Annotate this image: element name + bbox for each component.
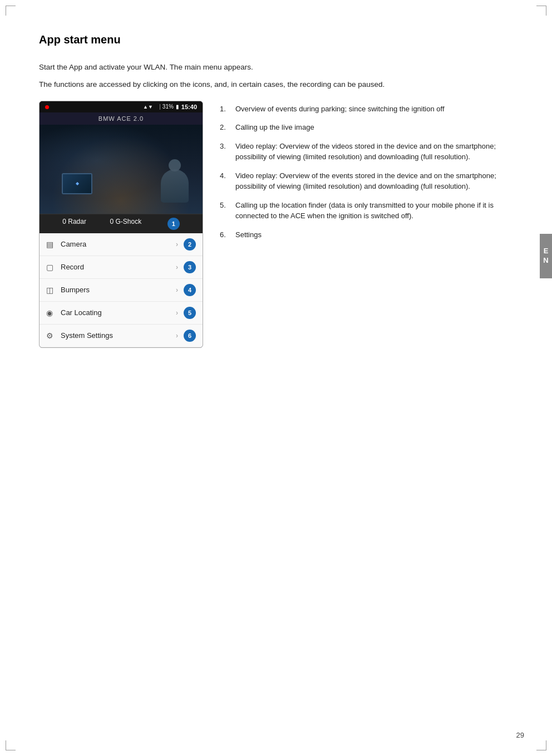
intro-paragraph-2: The functions are accessed by clicking o…: [39, 79, 513, 91]
menu-item-car-locating[interactable]: ◉ Car Locating › 5: [40, 302, 203, 325]
list-item-5: 5. Calling up the location finder (data …: [220, 200, 513, 222]
corner-mark-bl: [6, 740, 16, 750]
car-art: ◆: [40, 125, 203, 214]
chevron-record: ›: [176, 263, 178, 271]
badge-3: 3: [184, 261, 196, 273]
menu-label-camera: Camera: [61, 240, 176, 248]
list-item-1: 1. Overview of events during parking; si…: [220, 104, 513, 115]
menu-item-camera[interactable]: ▤ Camera › 2: [40, 233, 203, 256]
list-text-3: Video replay: Overview of the videos sto…: [235, 141, 513, 163]
list-text-2: Calling up the live image: [235, 122, 513, 133]
list-text-6: Settings: [235, 229, 513, 240]
main-layout: ▲▼ ⎹ 31% ▮ 15:40 BMW ACE 2.0 ◆: [39, 101, 513, 348]
wifi-icon: ▲▼: [143, 104, 153, 110]
status-time: 15:40: [181, 104, 197, 110]
phone-mockup-container: ▲▼ ⎹ 31% ▮ 15:40 BMW ACE 2.0 ◆: [39, 101, 203, 348]
list-text-4: Video replay: Overview of the events sto…: [235, 170, 513, 192]
list-item-2: 2. Calling up the live image: [220, 122, 513, 133]
gshock-label: 0 G-Shock: [110, 218, 142, 230]
language-tab: EN: [540, 234, 552, 278]
camera-icon: ▤: [46, 240, 58, 249]
person-head: [169, 159, 181, 171]
signal-percent: 31%: [162, 104, 174, 110]
corner-mark-tl: [6, 6, 16, 16]
list-num-3: 3.: [220, 141, 230, 163]
badge-6: 6: [184, 330, 196, 342]
signal-icon: ⎹: [155, 104, 160, 110]
system-settings-icon: ⚙: [46, 331, 58, 340]
list-num-1: 1.: [220, 104, 230, 115]
menu-label-record: Record: [61, 263, 176, 271]
list-text-1: Overview of events during parking; since…: [235, 104, 513, 115]
menu-list: ▤ Camera › 2 ▢ Record › 3 ◫: [40, 233, 203, 347]
list-item-6: 6. Settings: [220, 229, 513, 240]
chevron-system-settings: ›: [176, 332, 178, 340]
car-image-area: ◆: [40, 125, 203, 214]
device-in-car: ◆: [62, 173, 92, 194]
status-bar: ▲▼ ⎹ 31% ▮ 15:40: [40, 101, 203, 112]
car-locating-icon: ◉: [46, 308, 58, 317]
list-num-6: 6.: [220, 229, 230, 240]
corner-mark-br: [536, 740, 546, 750]
badge-4: 4: [184, 284, 196, 296]
phone-mockup: ▲▼ ⎹ 31% ▮ 15:40 BMW ACE 2.0 ◆: [39, 101, 203, 348]
record-icon: ▢: [46, 263, 58, 272]
list-num-5: 5.: [220, 200, 230, 222]
numbered-list: 1. Overview of events during parking; si…: [220, 101, 513, 248]
list-text-5: Calling up the location finder (data is …: [235, 200, 513, 222]
intro-paragraph-1: Start the App and activate your WLAN. Th…: [39, 62, 513, 73]
bumpers-icon: ◫: [46, 286, 58, 294]
person-silhouette: [161, 169, 189, 203]
page-title: App start menu: [39, 33, 513, 46]
list-num-4: 4.: [220, 170, 230, 192]
page-number: 29: [516, 731, 524, 739]
chevron-bumpers: ›: [176, 286, 178, 294]
device-screen: ◆: [63, 174, 91, 193]
app-header: BMW ACE 2.0: [40, 112, 203, 125]
corner-mark-tr: [536, 6, 546, 16]
language-label: EN: [542, 247, 550, 266]
menu-label-bumpers: Bumpers: [61, 286, 176, 294]
menu-item-bumpers[interactable]: ◫ Bumpers › 4: [40, 279, 203, 302]
list-num-2: 2.: [220, 122, 230, 133]
chevron-camera: ›: [176, 240, 178, 248]
recording-dot: [45, 105, 49, 109]
list-item-4: 4. Video replay: Overview of the events …: [220, 170, 513, 192]
radar-row: 0 Radar 0 G-Shock 1: [40, 214, 203, 233]
chevron-car-locating: ›: [176, 309, 178, 317]
menu-label-system-settings: System Settings: [61, 331, 176, 340]
menu-label-car-locating: Car Locating: [61, 308, 176, 317]
menu-item-record[interactable]: ▢ Record › 3: [40, 256, 203, 279]
status-rec-icon: [45, 104, 49, 110]
badge-5: 5: [184, 307, 196, 319]
badge-2: 2: [184, 238, 196, 251]
badge-1: 1: [167, 218, 180, 230]
status-right-icons: ▲▼ ⎹ 31% ▮ 15:40: [143, 104, 197, 110]
battery-icon: ▮: [176, 104, 179, 110]
menu-item-system-settings[interactable]: ⚙ System Settings › 6: [40, 325, 203, 347]
list-item-3: 3. Video replay: Overview of the videos …: [220, 141, 513, 163]
page-content: App start menu Start the App and activat…: [39, 33, 513, 348]
radar-label: 0 Radar: [62, 218, 86, 230]
